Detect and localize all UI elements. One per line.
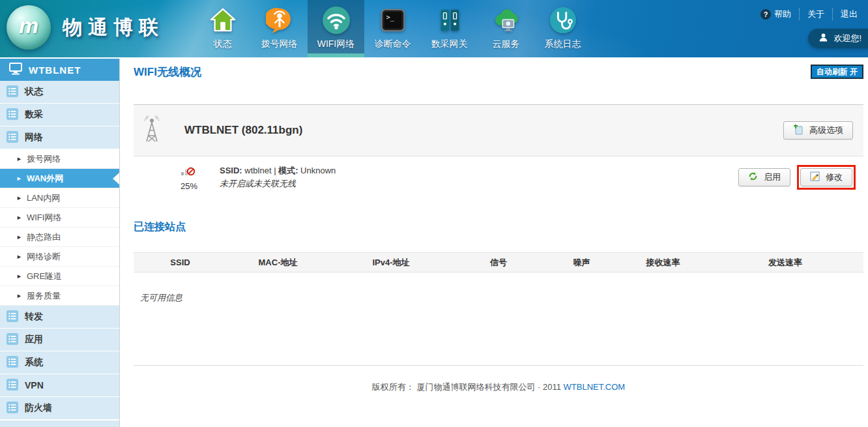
gateway-icon (435, 5, 465, 35)
welcome-badge[interactable]: 欢迎您! (808, 29, 868, 48)
sidebar-item-label: 转发 (25, 311, 43, 323)
help-link[interactable]: ? 帮助 (753, 8, 799, 20)
triangle-icon: ▶ (18, 156, 22, 162)
nav-label: 云服务 (493, 38, 520, 50)
triangle-icon: ▶ (18, 274, 22, 279)
copyright-text: 版权所有： 厦门物通博联网络科技有限公司 · 2011 (372, 382, 561, 392)
main-content: WIFI无线概况 自动刷新 开 WTBLNET (802.11bgn) 高级选项 (120, 57, 868, 427)
col-rx-rate: 接收速率 (619, 253, 707, 272)
sidebar-item-network[interactable]: 网络 (0, 126, 119, 149)
home-icon (208, 5, 238, 35)
nav-label: 数采网关 (431, 38, 468, 50)
nav-item-dialup[interactable]: 拨号网络 (251, 0, 308, 57)
ssid-info: SSID: wtblnet | 模式: Unknown 未开启或未关联无线 (220, 164, 336, 190)
sidebar-item-label: 服务质量 (27, 290, 61, 302)
list-icon (7, 379, 18, 392)
modify-button[interactable]: 修改 (800, 168, 852, 186)
col-ssid: SSID (134, 253, 227, 272)
col-mac: MAC-地址 (227, 253, 329, 272)
sidebar-item-static-route[interactable]: ▶ 静态路由 (0, 228, 119, 247)
enable-button[interactable]: 启用 (738, 168, 790, 186)
sidebar-item-wan[interactable]: ▶ WAN外网 (0, 169, 119, 188)
sidebar-item-label: WAN外网 (27, 173, 63, 184)
highlight-annotation: 修改 (797, 165, 856, 190)
nav-label: 诊断命令 (375, 38, 411, 50)
sidebar-item-system[interactable]: 系统 (0, 351, 119, 374)
advanced-options-button[interactable]: 高级选项 (783, 121, 853, 140)
about-link[interactable]: 关于 (799, 8, 832, 20)
nav-item-cloud[interactable]: 云服务 (478, 0, 534, 57)
sidebar-item-label: GRE隧道 (27, 271, 62, 282)
brand-logo: m 物通博联 (7, 5, 164, 50)
triangle-icon: ▶ (18, 196, 22, 201)
logout-link[interactable]: 退出 (832, 8, 865, 20)
nav-item-status[interactable]: 状态 (194, 0, 251, 57)
edit-icon (810, 171, 820, 183)
sidebar-item-datacollect[interactable]: 数采 (0, 104, 119, 126)
nav-item-wifi[interactable]: WIFI网络 (308, 0, 364, 57)
list-icon (7, 402, 18, 415)
list-icon (7, 310, 18, 324)
antenna-icon (140, 114, 164, 147)
nav-item-gateway[interactable]: 数采网关 (421, 0, 478, 57)
wifi-icon (321, 5, 351, 35)
wifi-overview-panel: WTBLNET (802.11bgn) 高级选项 25% (134, 104, 863, 198)
sidebar-item-label: 状态 (25, 86, 43, 98)
sidebar-item-applications[interactable]: 应用 (0, 329, 119, 351)
sidebar-item-label: 系统 (25, 357, 43, 368)
ssid-line: SSID: wtblnet | 模式: Unknown (220, 164, 336, 177)
triangle-icon: ▶ (18, 293, 22, 299)
sidebar-item-label: 应用 (25, 334, 43, 346)
footer: 版权所有： 厦门物通博联网络科技有限公司 · 2011 WTBLNET.COM (134, 365, 863, 393)
wifi-status-text: 未开启或未关联无线 (220, 177, 336, 190)
sidebar-item-net-diagnosis[interactable]: ▶ 网络诊断 (0, 247, 119, 267)
mode-label: 模式: (278, 166, 298, 175)
sidebar-item-forwarding[interactable]: 转发 (0, 306, 119, 329)
sidebar-item-lan[interactable]: ▶ LAN内网 (0, 188, 119, 208)
nav-label: 系统日志 (545, 38, 581, 50)
logo-m-glyph: m (19, 13, 38, 38)
about-label: 关于 (807, 8, 824, 20)
svg-text:>_: >_ (386, 13, 394, 22)
triangle-icon: ▶ (18, 235, 22, 240)
list-icon (7, 131, 18, 145)
sidebar-item-dialup-network[interactable]: ▶ 拨号网络 (0, 149, 119, 169)
sidebar-item-label: WIFI网络 (27, 212, 61, 224)
sidebar-item-label: 拨号网络 (27, 153, 61, 165)
list-icon (7, 108, 18, 122)
list-icon (7, 85, 18, 99)
logo-sphere-icon: m (7, 5, 51, 50)
stations-empty-text: 无可用信息 (140, 292, 863, 304)
sidebar-item-vpn[interactable]: VPN (0, 374, 119, 397)
footer-link[interactable]: WTBLNET.COM (564, 382, 626, 392)
nav-item-syslog[interactable]: 系统日志 (534, 0, 591, 57)
cloud-icon (491, 5, 521, 35)
auto-refresh-toggle[interactable]: 自动刷新 开 (811, 65, 863, 79)
sidebar-item-label: VPN (25, 380, 44, 390)
sidebar-item-label: LAN内网 (27, 192, 60, 204)
monitor-icon (9, 63, 22, 77)
ssid-value: wtblnet (244, 166, 271, 175)
page-plus-icon (793, 125, 803, 137)
col-noise: 噪声 (544, 253, 619, 272)
sidebar-partial-row (0, 420, 119, 427)
sidebar-item-firewall[interactable]: 防火墙 (0, 397, 119, 420)
top-header: m 物通博联 状态 拨号网络 WIFI网络 >_ 诊断命令 (0, 0, 868, 57)
advanced-options-label: 高级选项 (809, 125, 843, 136)
brand-name: 物通博联 (63, 14, 164, 41)
sidebar-item-status[interactable]: 状态 (0, 81, 119, 104)
dialup-icon (265, 5, 295, 35)
refresh-icon (748, 171, 758, 183)
nav-label: WIFI网络 (317, 38, 355, 50)
sidebar-item-label: 静态路由 (27, 231, 61, 243)
sidebar-item-wifi[interactable]: ▶ WIFI网络 (0, 208, 119, 228)
header-links: ? 帮助 关于 退出 (753, 8, 865, 20)
nav-item-diagnostics[interactable]: >_ 诊断命令 (364, 0, 421, 57)
stations-header-row: SSID MAC-地址 IPv4-地址 信号 噪声 接收速率 发送速率 (134, 253, 863, 272)
modify-label: 修改 (826, 171, 843, 183)
sidebar-item-gre-tunnel[interactable]: ▶ GRE隧道 (0, 267, 119, 286)
sidebar: WTBLNET 状态 数采 网络 ▶ 拨号网络 ▶ WAN外网 ▶ LAN内网 … (0, 59, 120, 427)
sidebar-item-qos[interactable]: ▶ 服务质量 (0, 286, 119, 306)
ssid-label: SSID: (220, 166, 242, 175)
signal-blocked-icon (181, 168, 196, 179)
